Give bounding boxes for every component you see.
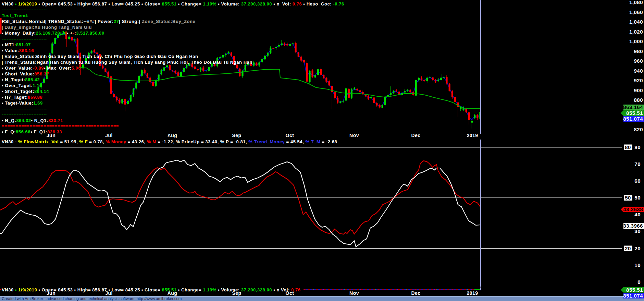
svg-text:1,060: 1,060	[629, 9, 643, 15]
svg-text:Jul: Jul	[105, 133, 113, 138]
svg-text:• Short_Value:858.37: • Short_Value:858.37	[2, 71, 49, 76]
svg-text:• Value:863.16: • Value:863.16	[2, 48, 34, 53]
svg-text:50: 50	[625, 195, 631, 201]
svg-text:Sep: Sep	[232, 133, 241, 138]
svg-text:855.51: 855.51	[626, 110, 643, 116]
svg-text:820: 820	[634, 127, 643, 132]
svg-text:880: 880	[634, 97, 643, 103]
svg-text:• Over_Value:-0.89• Max_Over:5: • Over_Value:-0.89• Max_Over:5.06	[2, 65, 81, 71]
svg-text:1,040: 1,040	[629, 19, 643, 25]
svg-text:---------------------------: ---------------------------	[2, 36, 47, 41]
svg-text:Sep: Sep	[232, 290, 241, 296]
svg-text:1,000: 1,000	[629, 38, 643, 44]
svg-text:• N_Q:864.32• N_Q1:833.71: • N_Q:864.32• N_Q1:833.71	[2, 118, 63, 123]
svg-text:| Value_Status:Đinh Gia Suy Gi: | Value_Status:Đinh Gia Suy Giam, Tich L…	[2, 54, 198, 59]
svg-text:851.074: 851.074	[623, 293, 643, 299]
svg-text:40: 40	[634, 212, 641, 217]
svg-text:Nov: Nov	[349, 133, 359, 138]
svg-text:851.074: 851.074	[623, 116, 643, 122]
svg-text:• Money_Daily:26,109,728.00• +: • Money_Daily:26,109,728.00• +-:3,517,85…	[2, 31, 104, 36]
svg-text:• N_Taget:865.42: • N_Taget:865.42	[2, 77, 40, 82]
svg-text:• H7_Taget:869.88: • H7_Taget:869.88	[2, 95, 42, 100]
svg-text:Aug: Aug	[168, 133, 177, 138]
svg-text:Oct: Oct	[286, 290, 294, 296]
svg-text:RSI_Status:Normal| TREND_Statu: RSI_Status:Normal| TREND_Status:--###| P…	[2, 19, 195, 24]
svg-text:VN30 - % FlowMatrix_Vol = 51.9: VN30 - % FlowMatrix_Vol = 51.99, % F = 0…	[2, 139, 337, 144]
svg-text:70: 70	[634, 161, 641, 167]
svg-text:60: 60	[634, 178, 641, 184]
svg-text:---------------------------: ---------------------------	[2, 112, 47, 117]
svg-text:1,080: 1,080	[629, 0, 643, 5]
svg-text:30: 30	[634, 228, 641, 234]
svg-text:---------------------------: ---------------------------	[2, 7, 47, 12]
svg-text:Dec: Dec	[411, 133, 420, 138]
svg-text:10: 10	[634, 262, 641, 268]
svg-text:960: 960	[634, 58, 643, 64]
svg-text:==============================: ========================================…	[2, 123, 119, 129]
svg-text:Created with AmiBroker - advan: Created with AmiBroker - advanced charti…	[2, 297, 182, 301]
svg-text:900: 900	[634, 87, 643, 93]
svg-text:• Taget-Value:1.69: • Taget-Value:1.69	[2, 100, 43, 106]
svg-text:VN30 • 1/9/2019 • Open= 845.53: VN30 • 1/9/2019 • Open= 845.53 • High= 8…	[2, 1, 344, 7]
svg-text:20: 20	[634, 245, 641, 251]
svg-text:0: 0	[637, 279, 641, 285]
svg-text:| Trend_Status:Ngan Han chuyên: | Trend_Status:Ngan Han chuyên tu Xu Huo…	[2, 60, 252, 65]
svg-text:43.2638: 43.2638	[623, 206, 643, 212]
svg-text:1,020: 1,020	[629, 29, 643, 35]
svg-text:80: 80	[634, 144, 641, 150]
svg-text:33.3966: 33.3966	[623, 223, 643, 229]
svg-text:---------------------------: ---------------------------	[2, 106, 47, 111]
svg-text:Jul: Jul	[105, 290, 113, 296]
svg-text:Nov: Nov	[349, 290, 359, 296]
svg-text:Jun: Jun	[47, 133, 55, 138]
svg-text:Dec: Dec	[411, 290, 420, 296]
svg-text:• MT1:851.07: • MT1:851.07	[2, 42, 31, 47]
svg-text:920: 920	[634, 77, 643, 83]
svg-text:Jun: Jun	[47, 290, 55, 296]
svg-text:50: 50	[634, 195, 641, 201]
svg-text:940: 940	[634, 68, 643, 74]
svg-text:980: 980	[634, 48, 643, 54]
svg-text:• Over_Taget:1.16: • Over_Taget:1.16	[2, 83, 42, 88]
svg-text:• Short_Taget:864.14: • Short_Taget:864.14	[2, 89, 49, 94]
svg-text:855.51: 855.51	[626, 287, 643, 293]
svg-text:863.164: 863.164	[623, 104, 643, 110]
svg-text:20: 20	[625, 245, 631, 251]
svg-text:| Daily_singal:Xu Huong Tang_N: | Daily_singal:Xu Huong Tang_Nam Giu	[2, 25, 92, 30]
svg-text:2019: 2019	[467, 290, 478, 296]
svg-text:2019: 2019	[467, 133, 478, 138]
svg-text:Aug: Aug	[168, 290, 177, 296]
svg-text:Oct: Oct	[286, 133, 294, 138]
svg-text:80: 80	[625, 144, 631, 150]
svg-text:Test_Trend:: Test_Trend:	[2, 13, 29, 18]
